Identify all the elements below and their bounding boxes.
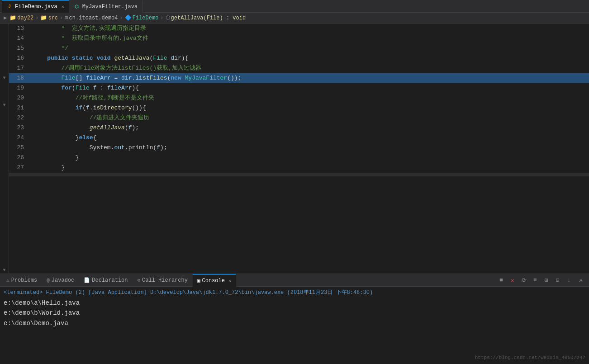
editor-container: ▼ ▼ ▼ 13 * 定义方法,实现遍历指定目录 14 * 获取目录中所有的.j… — [0, 24, 589, 274]
left-margin: ▼ ▼ ▼ — [0, 24, 9, 274]
code-line-27: 27 } — [9, 163, 589, 173]
code-line-23: 23 getAllJava(f); — [9, 123, 589, 133]
line-content-23: getAllJava(f); — [29, 123, 589, 133]
code-line-25: 25 System.out.println(f); — [9, 143, 589, 153]
code-line-19: 19 for(File f : fileArr){ — [9, 83, 589, 93]
line-num-15: 15 — [9, 43, 29, 53]
code-line-18: 18 File[] fileArr = dir.listFiles(new My… — [9, 73, 589, 83]
java-icon-filedemo: J — [6, 4, 13, 10]
console-line-2: e:\demo\b\World.java — [4, 308, 585, 318]
tab-close-filedemo[interactable]: ✕ — [62, 4, 64, 9]
console-line-1: e:\demo\a\Hello.java — [4, 298, 585, 308]
code-line-22: 22 //递归进入文件夹遍历 — [9, 113, 589, 123]
panel-toolbar: ■ ✕ ⟳ ≡ ⊞ ⊟ ↓ ↗ — [496, 275, 589, 285]
breadcrumb-sep-2: › — [60, 15, 63, 21]
panel-tab-problems[interactable]: ⚠ Problems — [2, 274, 42, 287]
console-icon: ▣ — [197, 278, 200, 284]
line-content-19: for(File f : fileArr){ — [29, 83, 589, 93]
line-content-21: if(f.isDirectory()){ — [29, 103, 589, 113]
javadoc-icon: @ — [47, 278, 50, 283]
line-content-20: //对f路径,判断是不是文件夹 — [29, 93, 589, 103]
problems-icon: ⚠ — [6, 277, 10, 283]
breadcrumb-sep-1: › — [35, 15, 38, 21]
line-num-24: 24 — [9, 133, 29, 143]
word-wrap-btn[interactable]: ⊞ — [542, 275, 551, 285]
panel-tab-declaration[interactable]: 📄 Declaration — [79, 274, 133, 287]
callhierarchy-label: Call Hierarchy — [142, 277, 188, 284]
panel-tab-javadoc[interactable]: @ Javadoc — [42, 274, 79, 287]
tab-bar: J FileDemo.java ✕ ⬡ MyJavaFilter.java — [0, 0, 589, 13]
maximize-btn[interactable]: ↗ — [575, 275, 585, 285]
code-line-21: 21 if(f.isDirectory()){ — [9, 103, 589, 113]
code-area: 13 * 定义方法,实现遍历指定目录 14 * 获取目录中所有的.java文件 … — [9, 24, 589, 274]
line-content-18: File[] fileArr = dir.listFiles(new MyJav… — [29, 73, 589, 83]
code-line-16: 16 public static void getAllJava(File di… — [9, 53, 589, 63]
line-num-23: 23 — [9, 123, 29, 133]
problems-label: Problems — [11, 277, 38, 284]
line-num-20: 20 — [9, 93, 29, 103]
breadcrumb-item-class[interactable]: 🔷FileDemo — [125, 14, 159, 21]
line-content-13: * 定义方法,实现遍历指定目录 — [29, 24, 589, 33]
line-num-18: 18 — [9, 73, 29, 83]
console-content: <terminated> FileDemo (2) [Java Applicat… — [0, 287, 589, 364]
line-num-14: 14 — [9, 33, 29, 43]
line-content-25: System.out.println(f); — [29, 143, 589, 153]
tab-myfilter[interactable]: ⬡ MyJavaFilter.java — [69, 0, 142, 13]
line-num-19: 19 — [9, 83, 29, 93]
terminate-btn[interactable]: ✕ — [508, 275, 518, 285]
line-num-21: 21 — [9, 103, 29, 113]
breadcrumb: ▶ 📁day22 › 📁src › ⊞cn.itcast.demo4 › 🔷Fi… — [0, 13, 589, 24]
tab-filedemo[interactable]: J FileDemo.java ✕ — [2, 0, 69, 13]
line-content-14: * 获取目录中所有的.java文件 — [29, 33, 589, 43]
declaration-icon: 📄 — [84, 277, 90, 283]
refresh-btn[interactable]: ⟳ — [519, 275, 529, 285]
line-content-26: } — [29, 153, 589, 163]
line-num-16: 16 — [9, 53, 29, 63]
line-num-26: 26 — [9, 153, 29, 163]
tab-label-filedemo: FileDemo.java — [15, 4, 57, 10]
scroll-down-btn[interactable]: ▼ — [1, 266, 8, 274]
declaration-label: Declaration — [92, 277, 128, 284]
breadcrumb-item-method[interactable]: ⬡getAllJava(File) : void — [166, 14, 246, 21]
line-content-15: */ — [29, 43, 589, 53]
open-console-btn[interactable]: ↓ — [564, 275, 574, 285]
panel-tab-bar: ⚠ Problems @ Javadoc 📄 Declaration ⚙ Cal… — [0, 274, 589, 287]
javadoc-label: Javadoc — [52, 277, 74, 284]
line-content-22: //递归进入文件夹遍历 — [29, 113, 589, 123]
line-content-27: } — [29, 163, 589, 173]
pin-btn[interactable]: ⊟ — [553, 275, 563, 285]
code-line-15: 15 */ — [9, 43, 589, 53]
horizontal-scrollbar[interactable] — [9, 173, 589, 176]
console-header: <terminated> FileDemo (2) [Java Applicat… — [4, 288, 585, 296]
breadcrumb-item-day22[interactable]: 📁day22 — [10, 14, 33, 21]
code-line-24: 24 }else{ — [9, 133, 589, 143]
collapse-icon[interactable]: ▶ — [4, 14, 7, 21]
callhierarchy-icon: ⚙ — [137, 277, 140, 283]
breadcrumb-item-package[interactable]: ⊞cn.itcast.demo4 — [65, 14, 118, 21]
code-line-14: 14 * 获取目录中所有的.java文件 — [9, 33, 589, 43]
java-icon-myfilter: ⬡ — [74, 4, 80, 10]
scroll-lock-btn[interactable]: ≡ — [530, 275, 540, 285]
collapse-btn-2[interactable]: ▼ — [1, 101, 8, 109]
panel-tab-callhierarchy[interactable]: ⚙ Call Hierarchy — [133, 274, 192, 287]
line-content-16: public static void getAllJava(File dir){ — [29, 53, 589, 63]
console-output: e:\demo\a\Hello.java e:\demo\b\World.jav… — [4, 298, 585, 328]
line-num-22: 22 — [9, 113, 29, 123]
line-num-27: 27 — [9, 163, 29, 173]
line-num-25: 25 — [9, 143, 29, 153]
collapse-btn[interactable]: ▼ — [1, 74, 8, 81]
code-lines: 13 * 定义方法,实现遍历指定目录 14 * 获取目录中所有的.java文件 … — [9, 24, 589, 173]
stop-btn[interactable]: ■ — [496, 275, 506, 285]
code-line-13: 13 * 定义方法,实现遍历指定目录 — [9, 24, 589, 33]
breadcrumb-sep-3: › — [120, 15, 123, 21]
console-close-icon[interactable]: ✕ — [228, 278, 231, 284]
ide-window: J FileDemo.java ✕ ⬡ MyJavaFilter.java ▶ … — [0, 0, 589, 364]
line-num-13: 13 — [9, 24, 29, 33]
code-line-20: 20 //对f路径,判断是不是文件夹 — [9, 93, 589, 103]
panel-tab-console[interactable]: ▣ Console ✕ — [193, 274, 236, 287]
line-num-17: 17 — [9, 63, 29, 73]
breadcrumb-item-src[interactable]: 📁src — [40, 14, 58, 21]
watermark: https://blog.csdn.net/weixin_40607247 — [475, 355, 585, 360]
line-content-17: //调用File对象方法listFiles()获取,加入过滤器 — [29, 63, 589, 73]
code-line-17: 17 //调用File对象方法listFiles()获取,加入过滤器 — [9, 63, 589, 73]
